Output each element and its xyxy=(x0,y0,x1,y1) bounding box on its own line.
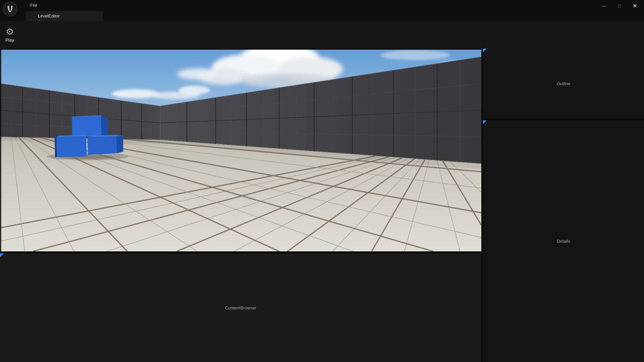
dock-corner-icon xyxy=(483,120,487,124)
outline-panel-title: Outline xyxy=(556,81,570,86)
level-viewport[interactable] xyxy=(0,49,481,251)
minimize-icon[interactable]: — xyxy=(596,1,612,11)
content-browser-title: ContentBrowser xyxy=(225,305,256,310)
maximize-icon[interactable]: □ xyxy=(612,1,627,11)
content-browser-panel[interactable]: ContentBrowser xyxy=(0,253,481,362)
unreal-editor-window: File — □ ✕ LevelEditor ⚙ Play xyxy=(0,0,644,362)
play-button-label: Play xyxy=(5,38,14,43)
unreal-engine-logo-icon[interactable] xyxy=(3,2,17,16)
file-menu[interactable]: File xyxy=(27,1,41,9)
dock-corner-icon xyxy=(483,49,487,52)
dock-corner-icon xyxy=(0,253,4,257)
toolbar: ⚙ Play xyxy=(0,21,644,49)
details-panel-title: Details xyxy=(557,239,570,244)
tab-level-editor[interactable]: LevelEditor xyxy=(26,11,103,21)
outline-panel[interactable]: Outline xyxy=(483,49,644,118)
details-panel[interactable]: Details xyxy=(483,120,644,362)
close-icon[interactable]: ✕ xyxy=(627,1,643,11)
play-button[interactable]: ⚙ Play xyxy=(0,22,19,48)
gear-icon: ⚙ xyxy=(6,27,14,37)
window-controls: — □ ✕ xyxy=(596,1,643,11)
